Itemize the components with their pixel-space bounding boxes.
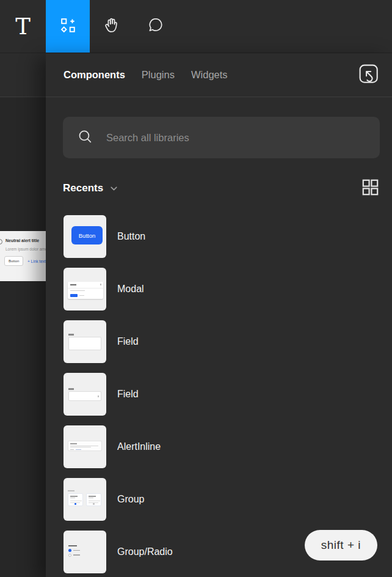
text-tool-button[interactable]: T — [0, 0, 46, 53]
thumbnail-group-cards — [64, 478, 106, 521]
panel-header: Components Plugins Widgets — [46, 53, 392, 97]
recents-title[interactable]: Recents — [63, 182, 103, 194]
item-label: AlertInline — [117, 441, 161, 452]
search-input[interactable] — [105, 131, 369, 144]
grid-view-button[interactable] — [360, 178, 380, 198]
thumbnail-field-large — [64, 320, 106, 363]
canvas-alert-component[interactable]: Neutral alert title Lorem ipsum dolor am… — [0, 231, 46, 281]
hand-tool-button[interactable] — [90, 0, 134, 53]
thumbnail-button: Button — [64, 215, 106, 258]
alert-title: Neutral alert title — [5, 238, 39, 243]
item-label: Group/Radio — [117, 546, 173, 557]
mini-radio-selected — [68, 549, 71, 552]
components-panel: Components Plugins Widgets — [46, 53, 392, 577]
item-label: Group — [117, 494, 144, 505]
grid-view-icon — [361, 178, 379, 199]
text-tool-icon: T — [15, 15, 31, 38]
comment-bubble-icon — [147, 17, 164, 36]
component-instance-icon — [60, 17, 76, 36]
open-in-window-icon — [358, 64, 379, 87]
toolbar: T — [0, 0, 392, 53]
chevron-down-icon[interactable] — [109, 183, 119, 194]
thumbnail-alert-inline — [64, 425, 106, 468]
comment-tool-button[interactable] — [134, 0, 178, 53]
tab-plugins[interactable]: Plugins — [142, 69, 175, 81]
canvas-header-strip — [0, 53, 46, 97]
figma-window: T — [0, 0, 392, 577]
item-label: Field — [117, 389, 139, 400]
item-label: Modal — [117, 284, 144, 295]
shortcut-badge: shift + i — [305, 530, 377, 560]
recents-header: Recents — [63, 178, 380, 198]
tab-components[interactable]: Components — [64, 69, 125, 81]
alert-link: + Link text — [27, 259, 46, 263]
open-in-window-button[interactable] — [357, 63, 381, 87]
list-item-group[interactable]: Group — [64, 478, 380, 521]
list-item-modal[interactable]: Modal — [64, 268, 380, 311]
alert-body-text: Lorem ipsum dolor amet consec — [5, 247, 46, 251]
list-item-field-2[interactable]: Field — [64, 373, 380, 416]
hand-icon — [103, 17, 120, 36]
tab-widgets[interactable]: Widgets — [191, 69, 228, 81]
panel-tabs: Components Plugins Widgets — [64, 69, 228, 81]
mini-button: Button — [71, 226, 103, 244]
alert-button: Button — [4, 256, 23, 266]
list-item-button[interactable]: Button Button — [64, 215, 380, 258]
component-list: Button Button Modal Field — [64, 215, 380, 573]
component-tool-button[interactable] — [46, 0, 90, 53]
mini-modal — [68, 282, 103, 299]
item-label: Field — [117, 336, 139, 347]
list-item-alertinline[interactable]: AlertInline — [64, 425, 380, 468]
mini-close-icon — [100, 284, 102, 285]
search-bar[interactable] — [63, 117, 380, 158]
mini-radio-unselected — [68, 554, 71, 557]
thumbnail-modal — [64, 268, 106, 311]
search-icon — [77, 128, 93, 147]
item-label: Button — [117, 231, 145, 242]
list-item-field[interactable]: Field — [64, 320, 380, 363]
thumbnail-group-radio — [64, 531, 106, 573]
canvas[interactable]: Neutral alert title Lorem ipsum dolor am… — [0, 53, 46, 577]
thumbnail-field-small — [64, 373, 106, 416]
alert-status-icon — [0, 239, 2, 244]
